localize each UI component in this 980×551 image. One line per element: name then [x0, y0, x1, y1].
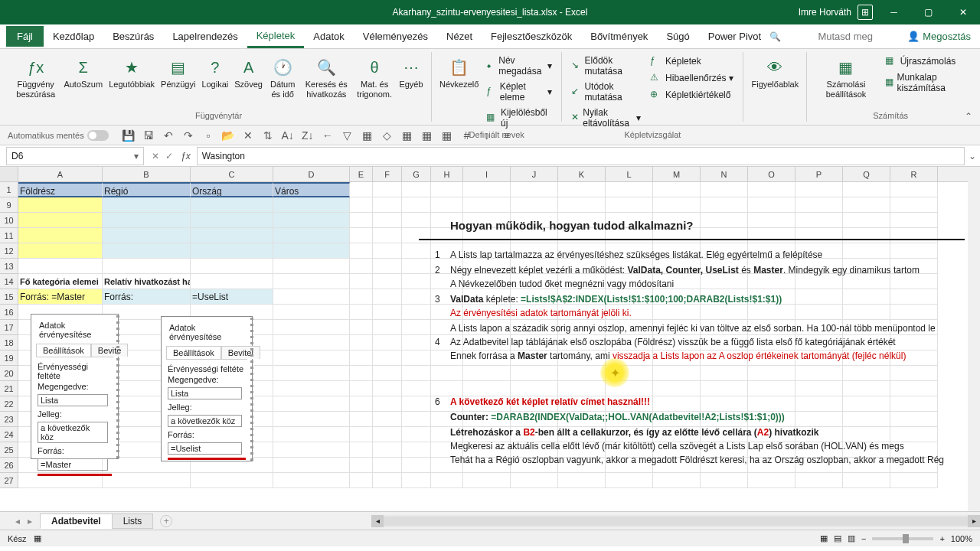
cell-B27[interactable] — [103, 473, 191, 488]
close-button[interactable]: ✕ — [946, 0, 980, 24]
column-header-o[interactable]: O — [748, 167, 795, 181]
cell-B11[interactable] — [103, 228, 191, 243]
tab-help[interactable]: Súgó — [657, 26, 698, 47]
cell-P20[interactable] — [795, 366, 843, 381]
cell-I1[interactable] — [463, 182, 511, 197]
use-in-formula-button[interactable]: ƒKéplet eleme▾ — [483, 80, 555, 104]
cell-A14[interactable]: Fő kategória elemei — [18, 274, 103, 289]
page-break-icon[interactable]: ▥ — [848, 533, 855, 543]
cell-E25[interactable] — [350, 442, 373, 458]
cell-F16[interactable] — [373, 305, 402, 320]
math-button[interactable]: θMat. és trigonom. — [354, 54, 394, 101]
sort-icon[interactable]: ⇅ — [260, 128, 276, 143]
column-header-g[interactable]: G — [402, 167, 431, 181]
cell-N27[interactable] — [701, 473, 748, 488]
name-manager-button[interactable]: 📋Névkezelő — [438, 54, 480, 91]
cell-A12[interactable] — [18, 243, 103, 259]
cell-G18[interactable] — [402, 335, 431, 350]
cell-Q16[interactable] — [843, 305, 890, 320]
cell-B14[interactable]: Relatív hivatkozást használó elnevezett … — [103, 274, 191, 289]
cell-D16[interactable] — [273, 305, 350, 320]
cell-I9[interactable] — [463, 197, 511, 213]
cell-D10[interactable] — [273, 213, 350, 228]
column-header-n[interactable]: N — [701, 167, 748, 181]
column-header-m[interactable]: M — [653, 167, 701, 181]
cell-R22[interactable] — [890, 396, 938, 412]
cell-M27[interactable] — [653, 473, 701, 488]
cell-P10[interactable] — [795, 213, 843, 228]
enter-formula-icon[interactable]: ✓ — [165, 151, 173, 161]
cell-A1[interactable]: Földrész — [18, 182, 103, 197]
cell-G16[interactable] — [402, 305, 431, 320]
cell-F21[interactable] — [373, 381, 402, 396]
lookup-button[interactable]: 🔍Keresés és hivatkozás — [301, 54, 351, 101]
cell-O20[interactable] — [748, 366, 795, 381]
cell-B12[interactable] — [103, 243, 191, 259]
cell-N16[interactable] — [701, 305, 748, 320]
text-button[interactable]: ASzöveg — [233, 54, 264, 91]
cell-L1[interactable] — [606, 182, 653, 197]
save-as-icon[interactable]: 🖫 — [141, 128, 156, 143]
grid-icon[interactable]: ▦ — [400, 128, 415, 143]
show-formulas-button[interactable]: ƒKépletek — [647, 54, 737, 69]
column-header-q[interactable]: Q — [843, 167, 890, 181]
row-header-9[interactable]: 9 — [0, 197, 18, 213]
cell-H21[interactable] — [431, 381, 463, 396]
cell-G15[interactable] — [402, 289, 431, 305]
cell-P11[interactable] — [795, 228, 843, 243]
cell-E17[interactable] — [350, 320, 373, 335]
cell-R1[interactable] — [890, 182, 938, 197]
column-header-k[interactable]: K — [558, 167, 606, 181]
table-icon[interactable]: ▦ — [360, 128, 375, 143]
cell-F24[interactable] — [373, 427, 402, 442]
cell-D27[interactable] — [273, 473, 350, 488]
row-header-27[interactable]: 27 — [0, 473, 18, 488]
cell-N10[interactable] — [701, 213, 748, 228]
expand-formula-icon[interactable]: ⌄ — [965, 151, 980, 161]
cell-D18[interactable] — [273, 335, 350, 350]
cell-F18[interactable] — [373, 335, 402, 350]
tab-data[interactable]: Adatok — [304, 26, 353, 47]
cell-J1[interactable] — [511, 182, 558, 197]
cell-K21[interactable] — [558, 381, 606, 396]
column-header-j[interactable]: J — [511, 167, 558, 181]
row-header-24[interactable]: 24 — [0, 427, 18, 442]
cell-D19[interactable] — [273, 350, 350, 366]
collapse-ribbon-icon[interactable]: ⌃ — [965, 111, 975, 122]
cell-P1[interactable] — [795, 182, 843, 197]
cell-D13[interactable] — [273, 259, 350, 274]
cell-G13[interactable] — [402, 259, 431, 274]
cell-O16[interactable] — [748, 305, 795, 320]
cell-C1[interactable]: Ország — [191, 182, 273, 197]
cell-Q22[interactable] — [843, 396, 890, 412]
user-info[interactable]: Imre Horváth ⊞ — [799, 5, 873, 20]
row-header-21[interactable]: 21 — [0, 381, 18, 396]
cell-G27[interactable] — [402, 473, 431, 488]
chevron-down-icon[interactable]: ▾ — [134, 151, 139, 161]
cell-A15[interactable]: Forrás: =Master — [18, 289, 103, 305]
row-header-25[interactable]: 25 — [0, 442, 18, 458]
cell-A13[interactable] — [18, 259, 103, 274]
cell-P27[interactable] — [795, 473, 843, 488]
sheet-nav-next[interactable]: ▸ — [28, 516, 32, 527]
watch-window-button[interactable]: 👁Figyelőablak — [750, 54, 800, 91]
cell-D9[interactable] — [273, 197, 350, 213]
cell-P9[interactable] — [795, 197, 843, 213]
row-header-20[interactable]: 20 — [0, 366, 18, 381]
column-header-c[interactable]: C — [191, 167, 273, 181]
cell-K27[interactable] — [558, 473, 606, 488]
cell-R27[interactable] — [890, 473, 938, 488]
cell-G11[interactable] — [402, 228, 431, 243]
tab-formulas[interactable]: Képletek — [247, 25, 305, 48]
cell-H9[interactable] — [431, 197, 463, 213]
cell-Q11[interactable] — [843, 228, 890, 243]
cell-M1[interactable] — [653, 182, 701, 197]
cell-C13[interactable] — [191, 259, 273, 274]
cell-G23[interactable] — [402, 412, 431, 427]
cell-E11[interactable] — [350, 228, 373, 243]
row-header-17[interactable]: 17 — [0, 320, 18, 335]
cell-G25[interactable] — [402, 442, 431, 458]
cell-R9[interactable] — [890, 197, 938, 213]
cell-E19[interactable] — [350, 350, 373, 366]
cell-F13[interactable] — [373, 259, 402, 274]
